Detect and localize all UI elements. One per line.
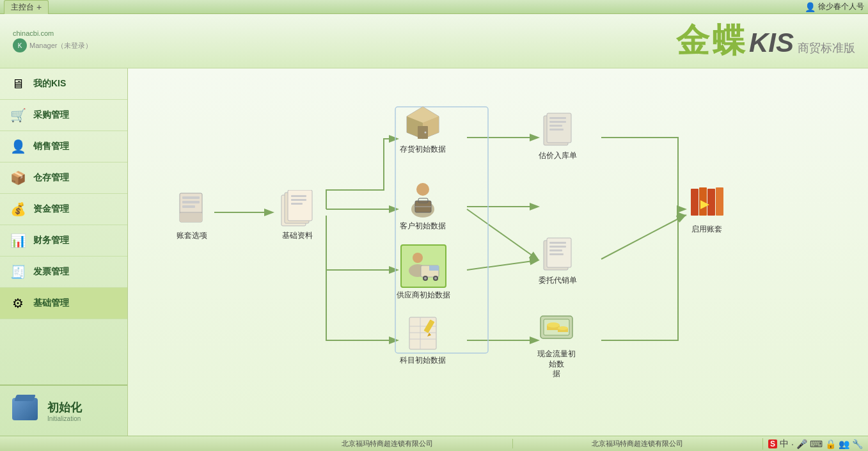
- svg-point-32: [413, 253, 423, 263]
- svg-rect-56: [549, 246, 566, 248]
- svg-rect-10: [182, 196, 200, 199]
- jichu-label: 基础资料: [282, 231, 313, 241]
- invoice-icon: 🧾: [9, 263, 27, 281]
- statusbar-icon-users[interactable]: 👥: [839, 439, 849, 449]
- node-cunhuo[interactable]: 存货初始数据: [400, 104, 446, 155]
- sidebar: 🖥 我的KIS 🛒 采购管理 👤 销售管理 📦 仓存管理 💰 资金管理 📊 财务…: [0, 68, 128, 436]
- jichu-icon: [278, 190, 317, 228]
- statusbar-icon-kbd[interactable]: ⌨: [810, 439, 823, 449]
- node-weituo[interactable]: 委托代销单: [539, 235, 577, 286]
- svg-rect-55: [549, 242, 566, 244]
- brand-subtitle: 商贸标准版: [798, 40, 855, 56]
- main-tab[interactable]: 主控台 +: [4, 0, 49, 14]
- qiyong-icon: [688, 184, 726, 222]
- node-kehu[interactable]: 客户初始数据: [400, 180, 446, 232]
- tab-label: 主控台: [11, 2, 34, 13]
- sidebar-item-sales[interactable]: 👤 销售管理: [0, 131, 127, 162]
- statusbar-center: 北京福玛特商超连锁有限公司: [262, 439, 512, 448]
- svg-rect-51: [549, 125, 562, 127]
- weituo-icon: [539, 235, 577, 273]
- xianjin-icon: [537, 308, 576, 347]
- statusbar-icon-cn[interactable]: 中: [780, 438, 789, 450]
- statusbar-icon-mic[interactable]: 🎤: [796, 439, 807, 449]
- init-section[interactable]: 初始化 Initialization: [0, 384, 127, 436]
- svg-rect-25: [418, 126, 428, 139]
- sidebar-item-base[interactable]: ⚙ 基础管理: [0, 288, 127, 319]
- statusbar-icon-tools[interactable]: 🔧: [852, 439, 863, 449]
- content-area: 账套选项 基础资料: [128, 68, 868, 436]
- svg-rect-50: [549, 121, 566, 123]
- gujia-label: 估价入库单: [539, 151, 577, 161]
- svg-rect-57: [549, 249, 562, 251]
- init-title: 初始化: [47, 400, 82, 415]
- logo-icon: K: [13, 38, 27, 52]
- statusbar-icon-dot[interactable]: ·: [791, 439, 794, 449]
- svg-rect-17: [288, 190, 312, 221]
- svg-rect-18: [291, 195, 306, 197]
- gongyingshang-icon: [400, 244, 446, 288]
- sidebar-item-invoice[interactable]: 🧾 发票管理: [0, 257, 127, 288]
- svg-rect-58: [549, 253, 564, 255]
- brand-jin: 金: [676, 19, 708, 63]
- sidebar-item-funds[interactable]: 💰 资金管理: [0, 194, 127, 225]
- svg-rect-11: [182, 201, 200, 203]
- svg-rect-20: [291, 203, 303, 205]
- svg-line-5: [467, 260, 537, 270]
- sidebar-label-funds: 资金管理: [33, 203, 69, 215]
- sidebar-label-mykis: 我的KIS: [33, 78, 66, 90]
- add-tab-icon[interactable]: +: [36, 2, 42, 12]
- svg-line-4: [467, 209, 537, 259]
- brand: 金 蝶 KIS 商贸标准版: [676, 19, 855, 63]
- gongyingshang-label: 供应商初始数据: [397, 290, 450, 301]
- header: chinacbi.com K Manager（未登录） 金 蝶 KIS 商贸标准…: [0, 14, 868, 68]
- node-kemu[interactable]: 科目初始数据: [400, 315, 446, 366]
- node-jichu[interactable]: 基础资料: [278, 190, 317, 241]
- sidebar-label-purchase: 采购管理: [33, 109, 69, 121]
- sidebar-item-warehouse[interactable]: 📦 仓存管理: [0, 162, 127, 194]
- svg-rect-14: [180, 213, 202, 222]
- node-gongyingshang[interactable]: 供应商初始数据: [397, 244, 450, 301]
- node-xianjin[interactable]: 现金流量初始数据: [534, 308, 579, 379]
- svg-point-37: [424, 277, 427, 280]
- init-icon: [9, 395, 41, 427]
- funds-icon: 💰: [9, 200, 27, 218]
- svg-marker-35: [429, 265, 439, 271]
- node-zhangset[interactable]: 账套选项: [173, 190, 211, 241]
- brand-kis: KIS: [749, 28, 794, 58]
- sidebar-item-mykis[interactable]: 🖥 我的KIS: [0, 68, 127, 100]
- base-icon: ⚙: [9, 294, 27, 312]
- user-avatar-icon: 👤: [805, 2, 816, 12]
- svg-point-66: [558, 326, 568, 330]
- logo-area: chinacbi.com K Manager（未登录）: [13, 29, 92, 52]
- gujia-icon: [539, 110, 577, 148]
- sales-icon: 👤: [9, 138, 27, 155]
- website-label: chinacbi.com: [13, 29, 92, 37]
- zhangset-label: 账套选项: [177, 231, 207, 241]
- sidebar-item-purchase[interactable]: 🛒 采购管理: [0, 100, 127, 131]
- statusbar-icon-s[interactable]: S: [768, 439, 777, 448]
- node-gujia[interactable]: 估价入库单: [539, 110, 577, 161]
- sidebar-label-finance: 财务管理: [33, 235, 69, 246]
- user-info: 👤 徐少春个人号: [805, 1, 864, 12]
- statusbar: 北京福玛特商超连锁有限公司 北京福玛特商超连锁有限公司 S 中 · 🎤 ⌨ 🔒 …: [0, 436, 868, 451]
- statusbar-icon-lock[interactable]: 🔒: [825, 439, 836, 449]
- purchase-icon: 🛒: [9, 106, 27, 124]
- kehu-icon: [404, 180, 442, 219]
- svg-rect-52: [549, 129, 564, 131]
- init-text: 初始化 Initialization: [47, 400, 82, 422]
- zhangset-icon: [173, 190, 211, 228]
- svg-line-7: [601, 216, 684, 259]
- kemu-icon: [404, 315, 442, 353]
- sidebar-item-finance[interactable]: 📊 财务管理: [0, 225, 127, 257]
- svg-point-63: [547, 322, 560, 328]
- flowchart: 账套选项 基础资料: [141, 81, 855, 423]
- sidebar-label-sales: 销售管理: [33, 141, 69, 152]
- svg-point-39: [434, 277, 437, 280]
- sidebar-label-invoice: 发票管理: [33, 266, 69, 278]
- qiyong-label: 启用账套: [691, 225, 722, 235]
- flow-svg: [141, 81, 855, 423]
- sidebar-label-base: 基础管理: [33, 297, 69, 309]
- node-qiyong[interactable]: 启用账套: [688, 184, 726, 235]
- weituo-label: 委托代销单: [539, 276, 577, 286]
- finance-icon: 📊: [9, 232, 27, 249]
